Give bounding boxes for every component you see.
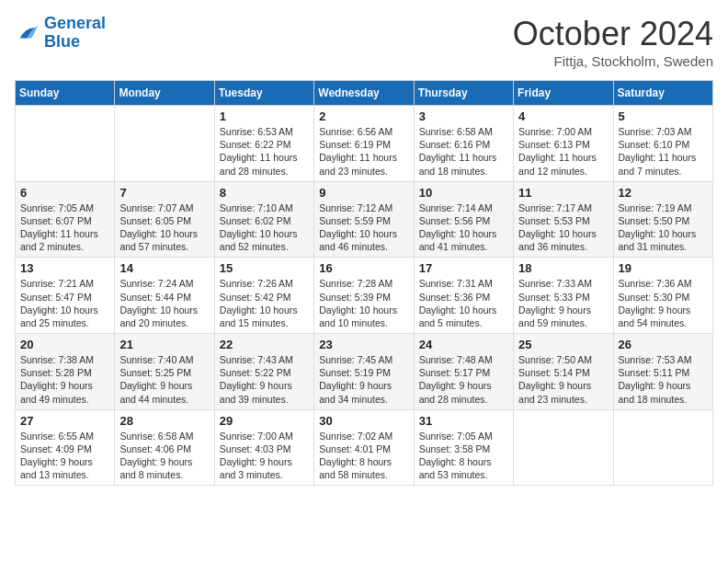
- week-row-2: 6Sunrise: 7:05 AM Sunset: 6:07 PM Daylig…: [16, 181, 713, 258]
- day-detail: Sunrise: 7:31 AM Sunset: 5:36 PM Dayligh…: [419, 277, 508, 329]
- day-number: 11: [518, 186, 608, 200]
- month-title: October 2024: [513, 15, 713, 53]
- header-cell-wednesday: Wednesday: [314, 81, 414, 106]
- day-cell: 19Sunrise: 7:36 AM Sunset: 5:30 PM Dayli…: [613, 258, 712, 334]
- day-cell: 23Sunrise: 7:45 AM Sunset: 5:19 PM Dayli…: [314, 334, 414, 410]
- day-cell: [514, 409, 613, 486]
- day-cell: 22Sunrise: 7:43 AM Sunset: 5:22 PM Dayli…: [214, 334, 313, 410]
- page-header: General Blue October 2024 Fittja, Stockh…: [15, 15, 713, 69]
- day-cell: 10Sunrise: 7:14 AM Sunset: 5:56 PM Dayli…: [414, 181, 513, 258]
- day-number: 29: [220, 414, 309, 428]
- day-number: 21: [119, 338, 209, 351]
- day-detail: Sunrise: 7:36 AM Sunset: 5:30 PM Dayligh…: [619, 277, 708, 329]
- day-number: 12: [619, 186, 708, 200]
- day-detail: Sunrise: 6:58 AM Sunset: 6:16 PM Dayligh…: [419, 125, 508, 178]
- day-detail: Sunrise: 7:43 AM Sunset: 5:22 PM Dayligh…: [220, 353, 309, 406]
- day-detail: Sunrise: 7:19 AM Sunset: 5:50 PM Dayligh…: [619, 201, 708, 254]
- day-detail: Sunrise: 7:50 AM Sunset: 5:14 PM Dayligh…: [518, 353, 608, 406]
- day-number: 15: [220, 261, 309, 275]
- day-cell: 15Sunrise: 7:26 AM Sunset: 5:42 PM Dayli…: [214, 258, 313, 334]
- day-number: 24: [419, 338, 508, 351]
- day-detail: Sunrise: 7:07 AM Sunset: 6:05 PM Dayligh…: [119, 201, 209, 254]
- day-detail: Sunrise: 7:02 AM Sunset: 4:01 PM Dayligh…: [319, 430, 408, 482]
- logo-text: General Blue: [44, 15, 106, 52]
- day-detail: Sunrise: 7:00 AM Sunset: 6:13 PM Dayligh…: [518, 125, 608, 178]
- day-cell: 6Sunrise: 7:05 AM Sunset: 6:07 PM Daylig…: [16, 181, 115, 258]
- day-number: 3: [419, 109, 508, 123]
- day-cell: 25Sunrise: 7:50 AM Sunset: 5:14 PM Dayli…: [514, 334, 613, 410]
- week-row-3: 13Sunrise: 7:21 AM Sunset: 5:47 PM Dayli…: [16, 258, 713, 334]
- day-cell: 8Sunrise: 7:10 AM Sunset: 6:02 PM Daylig…: [214, 181, 313, 258]
- day-cell: [613, 409, 712, 486]
- header-cell-sunday: Sunday: [16, 81, 115, 106]
- day-detail: Sunrise: 7:03 AM Sunset: 6:10 PM Dayligh…: [619, 125, 708, 178]
- day-detail: Sunrise: 7:33 AM Sunset: 5:33 PM Dayligh…: [518, 277, 608, 329]
- day-number: 2: [319, 109, 408, 123]
- day-cell: 30Sunrise: 7:02 AM Sunset: 4:01 PM Dayli…: [314, 409, 414, 486]
- day-detail: Sunrise: 7:26 AM Sunset: 5:42 PM Dayligh…: [220, 277, 309, 329]
- logo-icon: [15, 20, 40, 46]
- day-number: 22: [220, 338, 309, 351]
- day-detail: Sunrise: 7:53 AM Sunset: 5:11 PM Dayligh…: [619, 353, 708, 406]
- day-number: 4: [518, 109, 608, 123]
- header-cell-monday: Monday: [115, 81, 214, 106]
- day-detail: Sunrise: 7:12 AM Sunset: 5:59 PM Dayligh…: [319, 201, 408, 254]
- week-row-1: 1Sunrise: 6:53 AM Sunset: 6:22 PM Daylig…: [16, 106, 713, 182]
- day-detail: Sunrise: 7:48 AM Sunset: 5:17 PM Dayligh…: [419, 353, 508, 406]
- day-number: 10: [419, 186, 508, 200]
- day-detail: Sunrise: 7:40 AM Sunset: 5:25 PM Dayligh…: [119, 353, 209, 406]
- day-cell: 7Sunrise: 7:07 AM Sunset: 6:05 PM Daylig…: [115, 181, 214, 258]
- header-row: SundayMondayTuesdayWednesdayThursdayFrid…: [16, 81, 713, 106]
- day-number: 18: [518, 261, 608, 275]
- day-cell: 26Sunrise: 7:53 AM Sunset: 5:11 PM Dayli…: [613, 334, 712, 410]
- day-detail: Sunrise: 7:05 AM Sunset: 3:58 PM Dayligh…: [419, 430, 508, 482]
- day-number: 31: [419, 414, 508, 428]
- day-cell: 24Sunrise: 7:48 AM Sunset: 5:17 PM Dayli…: [414, 334, 513, 410]
- logo: General Blue: [15, 15, 106, 52]
- day-number: 7: [119, 186, 209, 200]
- header-cell-thursday: Thursday: [414, 81, 513, 106]
- day-cell: 2Sunrise: 6:56 AM Sunset: 6:19 PM Daylig…: [314, 106, 414, 182]
- day-cell: 5Sunrise: 7:03 AM Sunset: 6:10 PM Daylig…: [613, 106, 712, 182]
- day-cell: 27Sunrise: 6:55 AM Sunset: 4:09 PM Dayli…: [16, 409, 115, 486]
- day-number: 13: [20, 261, 109, 275]
- day-cell: 20Sunrise: 7:38 AM Sunset: 5:28 PM Dayli…: [16, 334, 115, 410]
- day-cell: 18Sunrise: 7:33 AM Sunset: 5:33 PM Dayli…: [514, 258, 613, 334]
- day-detail: Sunrise: 7:45 AM Sunset: 5:19 PM Dayligh…: [319, 353, 408, 406]
- day-cell: 3Sunrise: 6:58 AM Sunset: 6:16 PM Daylig…: [414, 106, 513, 182]
- day-cell: 9Sunrise: 7:12 AM Sunset: 5:59 PM Daylig…: [314, 181, 414, 258]
- day-cell: 28Sunrise: 6:58 AM Sunset: 4:06 PM Dayli…: [115, 409, 214, 486]
- header-cell-tuesday: Tuesday: [214, 81, 313, 106]
- day-number: 5: [619, 109, 708, 123]
- header-cell-friday: Friday: [514, 81, 613, 106]
- day-cell: 13Sunrise: 7:21 AM Sunset: 5:47 PM Dayli…: [16, 258, 115, 334]
- day-cell: 29Sunrise: 7:00 AM Sunset: 4:03 PM Dayli…: [214, 409, 313, 486]
- day-number: 14: [119, 261, 209, 275]
- day-number: 20: [20, 338, 109, 351]
- day-detail: Sunrise: 6:53 AM Sunset: 6:22 PM Dayligh…: [220, 125, 309, 178]
- day-number: 17: [419, 261, 508, 275]
- day-number: 8: [220, 186, 309, 200]
- day-detail: Sunrise: 7:28 AM Sunset: 5:39 PM Dayligh…: [319, 277, 408, 329]
- day-number: 9: [319, 186, 408, 200]
- day-detail: Sunrise: 7:00 AM Sunset: 4:03 PM Dayligh…: [220, 430, 309, 482]
- day-cell: 1Sunrise: 6:53 AM Sunset: 6:22 PM Daylig…: [214, 106, 313, 182]
- day-cell: 12Sunrise: 7:19 AM Sunset: 5:50 PM Dayli…: [613, 181, 712, 258]
- day-detail: Sunrise: 6:55 AM Sunset: 4:09 PM Dayligh…: [20, 430, 109, 482]
- day-detail: Sunrise: 6:58 AM Sunset: 4:06 PM Dayligh…: [119, 430, 209, 482]
- day-number: 25: [518, 338, 608, 351]
- day-cell: [16, 106, 115, 182]
- day-cell: 17Sunrise: 7:31 AM Sunset: 5:36 PM Dayli…: [414, 258, 513, 334]
- day-detail: Sunrise: 7:10 AM Sunset: 6:02 PM Dayligh…: [220, 201, 309, 254]
- week-row-4: 20Sunrise: 7:38 AM Sunset: 5:28 PM Dayli…: [16, 334, 713, 410]
- day-cell: 11Sunrise: 7:17 AM Sunset: 5:53 PM Dayli…: [514, 181, 613, 258]
- week-row-5: 27Sunrise: 6:55 AM Sunset: 4:09 PM Dayli…: [16, 409, 713, 486]
- day-detail: Sunrise: 7:38 AM Sunset: 5:28 PM Dayligh…: [20, 353, 109, 406]
- day-cell: 16Sunrise: 7:28 AM Sunset: 5:39 PM Dayli…: [314, 258, 414, 334]
- day-cell: 4Sunrise: 7:00 AM Sunset: 6:13 PM Daylig…: [514, 106, 613, 182]
- day-number: 16: [319, 261, 408, 275]
- title-block: October 2024 Fittja, Stockholm, Sweden: [513, 15, 713, 69]
- day-number: 6: [20, 186, 109, 200]
- day-cell: 21Sunrise: 7:40 AM Sunset: 5:25 PM Dayli…: [115, 334, 214, 410]
- day-number: 30: [319, 414, 408, 428]
